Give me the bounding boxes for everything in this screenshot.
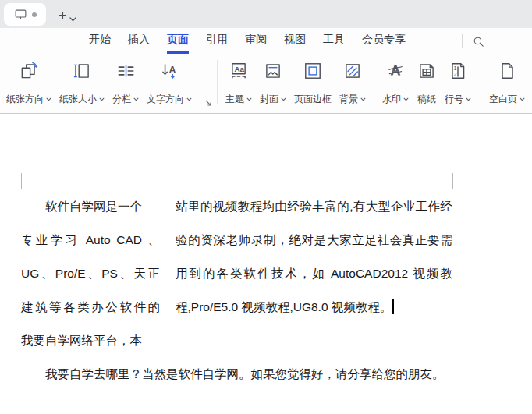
manuscript-grid-icon: [417, 59, 437, 83]
theme-icon: Aa: [229, 59, 249, 83]
toolbar-button-label: 水印: [382, 93, 401, 106]
toolbar-separator: [481, 60, 481, 104]
closing-paragraph: 我要自学去哪里？当然是软件自学网。如果您觉得好，请分享给您的朋友。: [21, 357, 452, 391]
search-button[interactable]: [472, 35, 485, 48]
cover-page-icon: [263, 59, 283, 83]
text-line: 站里的视频教程均由经验丰富的,有大型企业工作经: [176, 189, 452, 223]
tab-references[interactable]: 引用: [197, 30, 236, 53]
tab-tools[interactable]: 工具: [314, 30, 353, 53]
toolbar-button-label: 页面边框: [294, 93, 332, 106]
ribbon-toolbar: 纸张方向 纸张大小: [0, 53, 532, 114]
tab-member[interactable]: 会员专享: [353, 30, 414, 53]
text-column-right: 站里的视频教程均由经验丰富的,有大型企业工作经 验的资深老师录制，绝对是大家立足…: [176, 189, 452, 357]
text-direction-icon: A: [159, 59, 179, 83]
text-line: 用到的各类软件技术，如 AutoCAD2012 视频教: [176, 257, 452, 290]
watermark-button[interactable]: A 水印: [379, 58, 412, 107]
watermark-icon: A: [385, 59, 406, 83]
text-line: 验的资深老师录制，绝对是大家立足社会真正要需: [176, 223, 452, 257]
toolbar-button-label: 行号: [445, 93, 463, 106]
toolbar-button-label: 背景: [339, 93, 358, 106]
chevron-down-icon: [403, 97, 409, 101]
columns-icon: [115, 59, 136, 83]
document-tab[interactable]: [4, 3, 46, 26]
wps-writer-window: 开始 插入 页面 引用 审阅 视图 工具 会员专享: [0, 0, 532, 414]
page-setup-dialog-launcher[interactable]: [205, 100, 212, 107]
plus-icon: [57, 9, 69, 21]
ribbon-tab-bar: 开始 插入 页面 引用 审阅 视图 工具 会员专享: [0, 28, 532, 53]
paper-orientation-button[interactable]: 纸张方向: [3, 58, 55, 107]
svg-text:2: 2: [454, 72, 457, 77]
blank-page-icon: [497, 59, 517, 83]
two-column-section: 软件自学网是一个 专业学习 Auto CAD 、 UG、Pro/E、PS、天正 …: [21, 189, 452, 357]
toolbar-button-label: 分栏: [112, 93, 131, 106]
page-border-button[interactable]: 页面边框: [291, 58, 335, 107]
text-line: 程,Pro/E5.0 视频教程,UG8.0 视频教程。: [176, 290, 452, 324]
chevron-down-icon: [520, 97, 525, 101]
columns-button[interactable]: 分栏: [109, 58, 142, 107]
toolbar-right-group: 空白页: [477, 58, 529, 107]
manuscript-paper-button[interactable]: 稿纸: [413, 58, 440, 107]
tab-insert[interactable]: 插入: [119, 30, 158, 53]
paper-size-icon: [72, 59, 92, 83]
chevron-down-icon: [246, 97, 252, 101]
blank-page-button[interactable]: 空白页: [486, 58, 528, 107]
background-button[interactable]: 背景: [336, 58, 369, 107]
page-text: 软件自学网是一个 专业学习 Auto CAD 、 UG、Pro/E、PS、天正 …: [21, 189, 452, 391]
modified-dot-icon: [32, 12, 37, 17]
toolbar-button-label: 稿纸: [417, 93, 436, 106]
chevron-down-icon: [360, 97, 366, 101]
cover-page-button[interactable]: 封面: [257, 58, 289, 107]
document-tab-bar: [0, 0, 532, 28]
dialog-launcher-icon: [205, 100, 212, 107]
svg-text:1: 1: [454, 65, 457, 71]
text-line: 专业学习 Auto CAD 、: [21, 223, 160, 257]
background-icon: [342, 59, 363, 83]
text-line: 我要自学网络平台，本: [21, 324, 160, 357]
chevron-down-icon: [133, 97, 139, 101]
tab-view[interactable]: 视图: [275, 30, 314, 53]
toolbar-button-label: 空白页: [489, 93, 517, 106]
chevron-down-icon: [99, 97, 105, 101]
text-line: 软件自学网是一个: [21, 189, 160, 223]
toolbar-separator: [200, 60, 200, 104]
new-tab-dropdown[interactable]: [69, 11, 76, 25]
monitor-icon: [14, 8, 27, 21]
text-direction-button[interactable]: A 文字方向: [144, 58, 195, 107]
page-border-icon: [303, 59, 323, 83]
toolbar-button-label: 纸张方向: [6, 93, 44, 106]
search-icon: [472, 35, 485, 48]
document-canvas[interactable]: 软件自学网是一个 专业学习 Auto CAD 、 UG、Pro/E、PS、天正 …: [0, 114, 532, 414]
toolbar-button-label: 封面: [260, 93, 278, 106]
paper-size-button[interactable]: 纸张大小: [56, 58, 108, 107]
svg-text:A: A: [392, 63, 400, 77]
menubar-separator: [462, 34, 463, 48]
text-line-content: 程,Pro/E5.0 视频教程,UG8.0 视频教程。: [176, 300, 392, 313]
text-line: 建筑等各类办公软件的: [21, 290, 160, 324]
tab-home[interactable]: 开始: [80, 30, 119, 53]
chevron-down-icon: [281, 97, 286, 101]
line-number-icon: 1 2: [448, 59, 468, 83]
toolbar-separator: [374, 60, 374, 104]
text-cursor: [392, 299, 394, 314]
page-margin-corner-left: [6, 173, 22, 189]
svg-text:A: A: [168, 65, 176, 76]
toolbar-button-label: 主题: [225, 93, 244, 106]
chevron-down-icon: [186, 97, 192, 101]
toolbar-separator: [217, 60, 218, 104]
chevron-down-icon: [69, 17, 76, 22]
svg-text:Aa: Aa: [235, 65, 245, 73]
tab-review[interactable]: 审阅: [236, 30, 275, 53]
theme-button[interactable]: Aa 主题: [222, 58, 255, 107]
text-line: UG、Pro/E、PS、天正: [21, 257, 160, 290]
tab-page[interactable]: 页面: [158, 30, 197, 53]
text-column-left: 软件自学网是一个 专业学习 Auto CAD 、 UG、Pro/E、PS、天正 …: [21, 189, 160, 357]
toolbar-button-label: 文字方向: [147, 93, 184, 106]
page-margin-corner-right: [452, 173, 470, 189]
toolbar-button-label: 纸张大小: [59, 93, 97, 106]
line-number-button[interactable]: 1 2 行号: [442, 58, 474, 107]
menubar-right-group: [462, 30, 485, 53]
chevron-down-icon: [46, 97, 51, 101]
chevron-down-icon: [466, 97, 471, 101]
paper-orientation-icon: [19, 59, 39, 83]
